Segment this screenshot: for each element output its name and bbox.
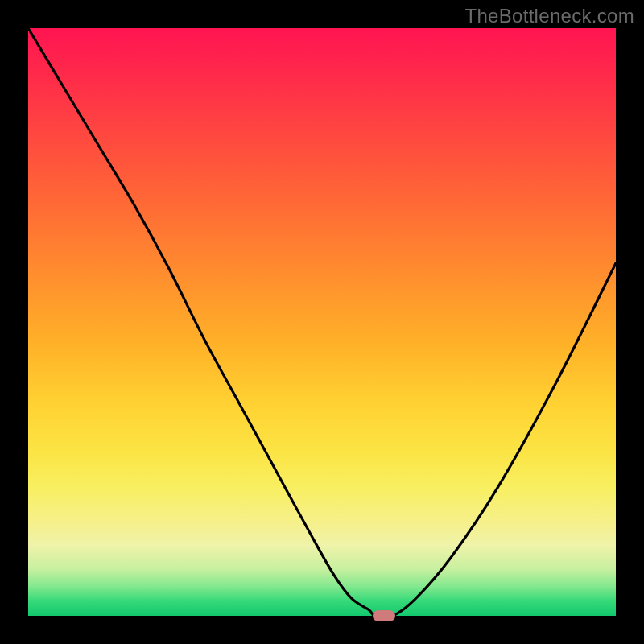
bottleneck-curve bbox=[28, 28, 616, 616]
chart-frame: TheBottleneck.com bbox=[0, 0, 644, 644]
optimal-marker bbox=[373, 610, 395, 621]
plot-area bbox=[28, 28, 616, 616]
watermark-text: TheBottleneck.com bbox=[464, 5, 634, 27]
